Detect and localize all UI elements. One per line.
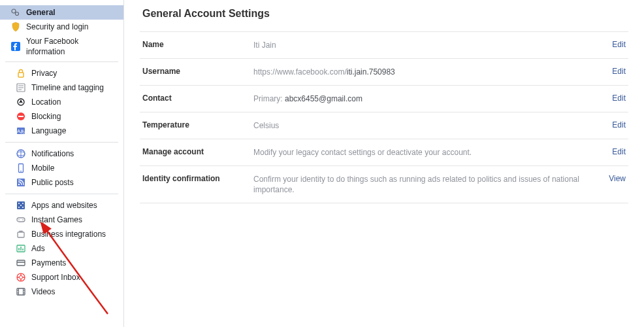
timeline-icon: [16, 82, 26, 93]
sidebar-item-support[interactable]: Support Inbox: [5, 270, 118, 284]
sidebar-item-label: General: [26, 7, 56, 18]
svg-point-0: [12, 9, 16, 13]
sidebar-item-public-posts[interactable]: Public posts: [5, 175, 118, 190]
sidebar-item-label: Security and login: [26, 22, 88, 32]
svg-rect-35: [17, 288, 25, 295]
sidebar-item-security[interactable]: Security and login: [0, 20, 123, 34]
svg-rect-31: [17, 260, 25, 266]
settings-sidebar: General Security and login Your Facebook…: [0, 0, 124, 327]
settings-row-identity: Identity confirmation Confirm your ident…: [140, 165, 628, 203]
sidebar-item-label: Location: [31, 97, 61, 107]
language-icon: Aあ: [16, 126, 26, 136]
settings-label: Manage account: [142, 147, 253, 156]
edit-link[interactable]: Edit: [600, 67, 626, 76]
edit-link[interactable]: Edit: [600, 40, 626, 49]
facebook-icon: [10, 41, 21, 52]
settings-value: Iti Jain: [253, 40, 600, 50]
sidebar-item-label: Apps and websites: [31, 200, 97, 211]
svg-point-19: [18, 184, 20, 185]
page-title: General Account Settings: [140, 8, 628, 20]
sidebar-item-instant-games[interactable]: Instant Games: [5, 213, 118, 227]
sidebar-item-ads[interactable]: Ads: [5, 241, 118, 256]
settings-label: Identity confirmation: [142, 174, 253, 183]
sidebar-item-label: Your Facebook information: [26, 36, 118, 57]
svg-text:Aあ: Aあ: [17, 129, 25, 134]
location-icon: [16, 97, 26, 107]
svg-point-23: [18, 207, 20, 208]
settings-row-contact: Contact Primary: abcx6455@gmail.com Edit: [140, 85, 628, 112]
svg-rect-29: [18, 232, 24, 237]
settings-value: Confirm your identity to do things such …: [253, 174, 600, 195]
card-icon: [16, 258, 26, 268]
svg-point-24: [22, 207, 24, 208]
settings-label: Username: [142, 67, 253, 76]
svg-point-25: [20, 205, 22, 206]
sidebar-item-label: Mobile: [31, 163, 54, 173]
sidebar-item-business[interactable]: Business integrations: [5, 227, 118, 241]
lock-icon: [16, 68, 26, 78]
settings-row-temperature: Temperature Celsius Edit: [140, 112, 628, 139]
shield-icon: [10, 22, 21, 32]
gear-icon: [10, 7, 21, 18]
globe-icon: [16, 148, 26, 159]
settings-value: Celsius: [253, 120, 600, 131]
settings-value: Primary: abcx6455@gmail.com: [253, 94, 600, 104]
sidebar-item-timeline[interactable]: Timeline and tagging: [5, 80, 118, 95]
settings-row-name: Name Iti Jain Edit: [140, 31, 628, 58]
svg-rect-10: [18, 116, 24, 117]
sidebar-item-label: Public posts: [31, 177, 74, 188]
settings-label: Name: [142, 40, 253, 49]
settings-table: Name Iti Jain Edit Username https://www.…: [140, 31, 628, 203]
apps-icon: [16, 200, 26, 211]
svg-point-1: [16, 12, 19, 16]
svg-rect-26: [17, 218, 25, 222]
settings-value: Modify your legacy contact settings or d…: [253, 147, 600, 158]
games-icon: [16, 215, 26, 225]
sidebar-item-label: Privacy: [31, 68, 57, 78]
sidebar-item-location[interactable]: Location: [5, 95, 118, 109]
sidebar-item-apps[interactable]: Apps and websites: [5, 198, 118, 213]
sidebar-item-label: Ads: [31, 243, 45, 254]
ads-icon: [16, 243, 26, 254]
rss-icon: [16, 177, 26, 188]
svg-rect-3: [18, 73, 24, 77]
sidebar-item-privacy[interactable]: Privacy: [5, 66, 118, 80]
sidebar-item-payments[interactable]: Payments: [5, 256, 118, 270]
sidebar-item-label: Blocking: [31, 111, 61, 122]
film-icon: [16, 286, 26, 297]
sidebar-item-language[interactable]: Aあ Language: [5, 124, 118, 138]
mobile-icon: [16, 163, 26, 173]
sidebar-item-facebook-info[interactable]: Your Facebook information: [0, 34, 123, 59]
sidebar-item-label: Videos: [31, 286, 55, 297]
edit-link[interactable]: Edit: [600, 120, 626, 129]
settings-row-manage-account: Manage account Modify your legacy contac…: [140, 139, 628, 165]
settings-label: Contact: [142, 94, 253, 103]
sidebar-item-label: Business integrations: [31, 229, 106, 239]
sidebar-item-notifications[interactable]: Notifications: [5, 146, 118, 161]
sidebar-item-label: Timeline and tagging: [31, 82, 104, 93]
sidebar-item-label: Instant Games: [31, 215, 82, 225]
view-link[interactable]: View: [600, 174, 626, 183]
edit-link[interactable]: Edit: [600, 94, 626, 103]
sidebar-item-videos[interactable]: Videos: [5, 284, 118, 299]
edit-link[interactable]: Edit: [600, 147, 626, 156]
settings-label: Temperature: [142, 120, 253, 129]
svg-point-21: [18, 203, 20, 204]
sidebar-item-label: Support Inbox: [31, 272, 80, 283]
svg-point-17: [20, 171, 22, 172]
sidebar-item-label: Payments: [31, 258, 66, 268]
settings-row-username: Username https://www.facebook.com/iti.ja…: [140, 58, 628, 85]
lifebuoy-icon: [16, 272, 26, 283]
sidebar-item-general[interactable]: General: [0, 5, 123, 20]
sidebar-item-label: Language: [31, 126, 66, 136]
sidebar-item-label: Notifications: [31, 148, 74, 159]
blocking-icon: [16, 111, 26, 122]
main-content: General Account Settings Name Iti Jain E…: [124, 0, 644, 327]
settings-value: https://www.facebook.com/iti.jain.750983: [253, 67, 600, 77]
svg-point-28: [22, 219, 24, 220]
briefcase-icon: [16, 229, 26, 239]
sidebar-item-mobile[interactable]: Mobile: [5, 161, 118, 175]
sidebar-item-blocking[interactable]: Blocking: [5, 109, 118, 124]
svg-point-22: [22, 203, 24, 204]
svg-point-27: [18, 219, 20, 220]
